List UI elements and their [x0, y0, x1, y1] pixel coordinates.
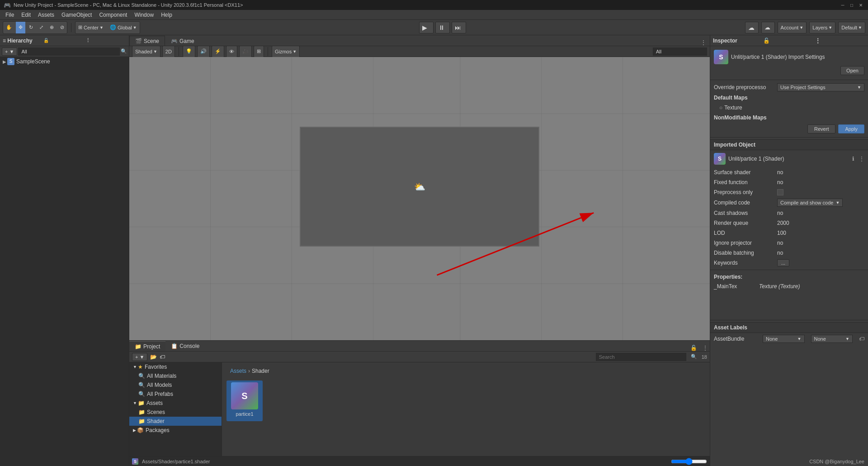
breadcrumb-shader[interactable]: Shader	[252, 368, 269, 374]
window-controls: ─ □ ✕	[839, 1, 864, 9]
apply-btn[interactable]: Apply	[838, 124, 864, 133]
rect-tool-btn[interactable]: ⊕	[47, 22, 57, 33]
pivot-label: Center	[84, 25, 99, 30]
layers-arrow: ▼	[828, 25, 832, 30]
asset-search-input[interactable]	[596, 353, 686, 361]
project-tab[interactable]: 📁 Project	[129, 341, 165, 351]
partice1-thumbnail: S	[231, 382, 258, 409]
grid-btn[interactable]: ⊞	[254, 46, 264, 57]
menu-gameobject[interactable]: GameObject	[58, 11, 95, 19]
keywords-btn[interactable]: ...	[777, 259, 789, 266]
all-models-item[interactable]: 🔍 All Models	[129, 380, 222, 390]
console-tab[interactable]: 📋 Console	[165, 341, 205, 351]
asset-bundle-tag-icon[interactable]: 🏷	[859, 336, 864, 342]
account-btn[interactable]: Account ▼	[778, 22, 807, 33]
non-modifiable-label: NonModifiable Maps	[714, 114, 777, 121]
toolbar: ✋ ✥ ↻ ⤢ ⊕ ⊘ ⊞ Center ▼ 🌐 Global ▼ ▶ ⏸ ⏭ …	[0, 20, 868, 35]
hierarchy-more-icon[interactable]: ⋮	[85, 38, 126, 43]
rotate-tool-btn[interactable]: ↻	[26, 22, 36, 33]
breadcrumb-assets[interactable]: Assets	[230, 368, 246, 374]
asset-bundle-value: None	[766, 336, 778, 342]
cloud-btn[interactable]: ☁	[761, 22, 775, 33]
asset-bundle-variant-dropdown[interactable]: None ▼	[811, 335, 853, 343]
shader-folder-icon: 📁	[138, 418, 145, 424]
pivot-arrow: ▼	[99, 25, 104, 30]
transform-tool-btn[interactable]: ⊘	[57, 22, 67, 33]
menu-component[interactable]: Component	[95, 11, 131, 19]
toolbar-right: ☁ ☁ Account ▼ Layers ▼ Default ▼	[745, 22, 865, 33]
inspector-spacer	[710, 291, 868, 318]
hierarchy-panel: ≡ Hierarchy 🔓 ⋮ + ▼ 🔍 ▶ S SampleScene	[0, 35, 129, 466]
layout-btn[interactable]: Default ▼	[838, 22, 865, 33]
collab-btn[interactable]: ☁	[745, 22, 759, 33]
hand-tool-btn[interactable]: ✋	[3, 22, 15, 33]
scene-vis-btn[interactable]: 👁	[226, 46, 237, 57]
2d-btn[interactable]: 2D	[162, 46, 175, 57]
scene-icon: S	[7, 58, 14, 65]
partice1-asset-item[interactable]: S partice1	[226, 380, 263, 421]
non-modifiable-maps-row: NonModifiable Maps	[710, 113, 868, 123]
scenes-folder[interactable]: 📁 Scenes	[129, 408, 222, 417]
scene-cam-btn[interactable]: 🎥	[239, 46, 252, 57]
preprocess-only-checkbox[interactable]	[777, 189, 783, 195]
hierarchy-lock-icon[interactable]: 🔓	[43, 38, 84, 43]
scene-tab[interactable]: 🎬 Scene	[129, 36, 165, 46]
hierarchy-search-input[interactable]	[18, 48, 120, 56]
favorites-star-icon: ★	[138, 364, 143, 370]
step-btn[interactable]: ⏭	[452, 22, 466, 33]
lighting-btn[interactable]: 💡	[183, 46, 195, 57]
space-btn[interactable]: 🌐 Global ▼	[107, 22, 140, 33]
scene-view[interactable]: ⛅	[129, 57, 710, 340]
revert-btn[interactable]: Revert	[807, 124, 835, 133]
shader-folder[interactable]: 📁 Shader	[129, 417, 222, 426]
game-tab[interactable]: 🎮 Game	[165, 36, 200, 46]
asset-bundle-dropdown[interactable]: None ▼	[763, 335, 805, 343]
open-shader-btn[interactable]: Open	[840, 66, 864, 75]
space-icon: 🌐	[110, 24, 116, 30]
scene-more-icon[interactable]: ⋮	[697, 39, 710, 46]
shading-mode-btn[interactable]: Shaded ▼	[132, 46, 160, 57]
scale-tool-btn[interactable]: ⤢	[37, 22, 46, 33]
bottom-more-icon[interactable]: ⋮	[701, 345, 710, 351]
ignore-projector-label: Ignore projector	[714, 240, 777, 246]
gizmos-btn[interactable]: Gizmos ▼	[272, 46, 300, 57]
open-btn-row: Open	[710, 66, 868, 78]
hierarchy-toolbar: + ▼ 🔍	[0, 46, 129, 57]
breadcrumb: Assets › Shader	[226, 367, 705, 375]
maximize-btn[interactable]: □	[848, 1, 855, 9]
imported-more-icon[interactable]: ⋮	[859, 156, 864, 162]
inspector-more-icon[interactable]: ⋮	[815, 38, 865, 44]
inspector-lock-icon[interactable]: 🔓	[763, 38, 813, 44]
favorites-folder[interactable]: ▼ ★ Favorites	[129, 362, 222, 371]
menu-window[interactable]: Window	[131, 11, 157, 19]
hierarchy-sample-scene[interactable]: ▶ S SampleScene	[0, 57, 129, 66]
menu-edit[interactable]: Edit	[18, 11, 34, 19]
create-asset-btn[interactable]: + ▼	[132, 353, 147, 361]
pivot-btn[interactable]: ⊞ Center ▼	[75, 22, 106, 33]
scene-search-input[interactable]	[653, 48, 707, 56]
bottom-lock-icon[interactable]: 🔓	[687, 345, 701, 351]
effects-btn[interactable]: ⚡	[212, 46, 224, 57]
play-btn[interactable]: ▶	[419, 22, 434, 33]
menu-file[interactable]: File	[2, 11, 18, 19]
assets-root-folder[interactable]: ▼ 📁 Assets	[129, 399, 222, 408]
hierarchy-add-btn[interactable]: + ▼	[2, 48, 17, 56]
packages-folder[interactable]: ▶ 📦 Packages	[129, 426, 222, 435]
layers-btn[interactable]: Layers ▼	[809, 22, 835, 33]
compiled-code-dropdown[interactable]: Compile and show code ▼	[777, 199, 843, 207]
all-models-label: All Models	[147, 382, 172, 388]
zoom-slider[interactable]	[671, 459, 707, 464]
move-tool-btn[interactable]: ✥	[16, 22, 25, 33]
pause-btn[interactable]: ⏸	[435, 22, 450, 33]
minimize-btn[interactable]: ─	[839, 1, 846, 9]
audio-btn[interactable]: 🔊	[197, 46, 210, 57]
folder-icon: 📂	[150, 354, 157, 360]
menu-assets[interactable]: Assets	[34, 11, 58, 19]
override-preprocessor-dropdown[interactable]: Use Project Settings ▼	[777, 83, 864, 91]
pivot-icon: ⊞	[78, 24, 82, 30]
all-prefabs-item[interactable]: 🔍 All Prefabs	[129, 390, 222, 399]
menu-help[interactable]: Help	[157, 11, 176, 19]
close-btn[interactable]: ✕	[857, 1, 864, 9]
all-materials-item[interactable]: 🔍 All Materials	[129, 371, 222, 380]
imported-info-icon[interactable]: ℹ	[852, 156, 854, 162]
